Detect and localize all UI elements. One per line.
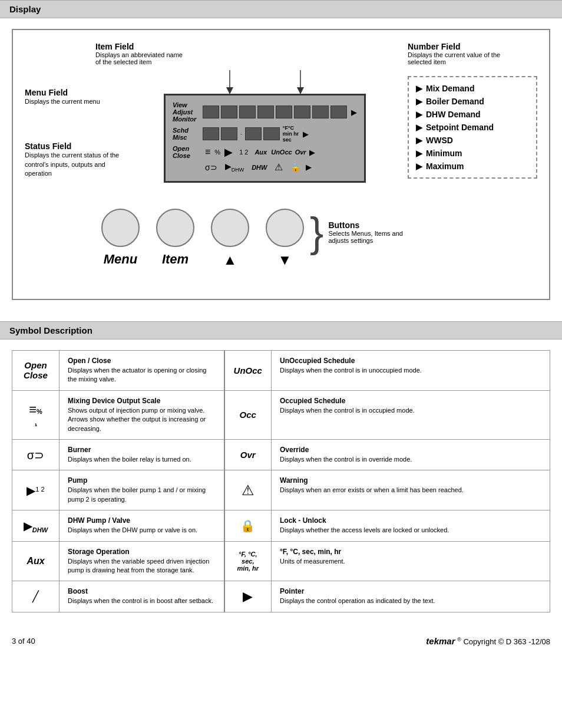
arrow-right-1: ▶ xyxy=(351,108,357,117)
seg-2 xyxy=(221,106,237,118)
menu-wwsd: ▶ WWSD xyxy=(416,134,529,147)
sym-desc-lock: Lock - Unlock Displays whether the acces… xyxy=(272,510,550,541)
sym-desc-open-close: Open / Close Displays when the actuator … xyxy=(59,351,224,391)
left-arrows-svg xyxy=(177,185,353,197)
sym-text-open-close: Displays when the actuator is opening or… xyxy=(68,366,216,384)
seg-8 xyxy=(330,106,347,118)
sym-title-dhw-pump: DHW Pump / Valve xyxy=(68,516,216,525)
units-label: °F°Cmin hrsec xyxy=(283,125,299,143)
dhw-icon: ▶DHW xyxy=(225,162,244,173)
aux-label: Aux xyxy=(254,149,267,156)
sym-text-dhw-pump: Displays when the DHW pump or valve is o… xyxy=(68,526,216,535)
menu-mix-demand: ▶ Mix Demand xyxy=(416,82,529,95)
sym-desc-occ: Occupied Schedule Displays when the cont… xyxy=(272,390,550,439)
seg-5 xyxy=(276,106,292,118)
sym-text-burner: Displays when the boiler relay is turned… xyxy=(68,455,216,464)
sym-icon-pump: ▶1 2 xyxy=(12,470,59,510)
lcd-screen: ViewAdjustMonitor ▶ xyxy=(164,94,366,183)
sym-desc-pointer: Pointer Displays the control operation a… xyxy=(272,581,550,612)
sym-text-warning: Displays when an error exists or when a … xyxy=(280,486,541,495)
ovr-label: Ovr xyxy=(295,149,306,156)
left-labels: Menu Field Displays the current menu Sta… xyxy=(25,70,122,179)
sym-title-mixing: Mixing Device Output Scale xyxy=(68,397,216,405)
sym-icon-boost: ╱ xyxy=(12,581,59,612)
menu-maximum: ▶ Maximum xyxy=(416,160,529,173)
status-field-desc: Displays the current status of the contr… xyxy=(25,151,122,178)
sym-text-mixing: Shows output of injection pump or mixing… xyxy=(68,406,216,433)
sym-desc-unocc: UnOccupied Schedule Displays when the co… xyxy=(272,351,550,391)
boiler-demand-label: Boiler Demand xyxy=(426,97,484,106)
menu-setpoint-demand: ▶ Setpoint Demand xyxy=(416,121,529,134)
tri-boiler: ▶ xyxy=(416,97,422,106)
minimum-label: Minimum xyxy=(426,149,462,158)
sym-text-unocc: Displays when the control is in unoccupi… xyxy=(280,366,541,375)
registered-mark: ® xyxy=(457,636,461,642)
item-field-annotation: Item Field Displays an abbreviated name … xyxy=(95,42,190,65)
sym-row-4: ▶1 2 Pump Displays when the boiler pump … xyxy=(12,470,550,510)
button-menu[interactable] xyxy=(101,209,140,247)
screen-menu-label-2: SchdMisc xyxy=(173,127,201,141)
sym-title-burner: Burner xyxy=(68,446,216,454)
sym-text-ovr: Displays when the control is in override… xyxy=(280,455,541,464)
sym-desc-mixing: Mixing Device Output Scale Shows output … xyxy=(59,390,224,439)
button-item[interactable] xyxy=(156,209,194,247)
sym-icon-occ: Occ xyxy=(224,390,272,439)
brand-name: tekmar xyxy=(426,636,455,646)
tri-wwsd: ▶ xyxy=(416,136,422,145)
number-field-annotation: Number Field Displays the current value … xyxy=(408,42,514,65)
arrow-right-2: ▶ xyxy=(303,130,309,139)
sym-icon-open-close: OpenClose xyxy=(12,351,59,391)
sym-desc-boost: Boost Displays when the control is in bo… xyxy=(59,581,224,612)
sym-icon-burner: σ⊃ xyxy=(12,439,59,470)
wwsd-label: WWSD xyxy=(426,136,453,145)
tri-dhw: ▶ xyxy=(416,110,422,119)
sym-icon-ovr: Ovr xyxy=(224,439,272,470)
percent-label: % xyxy=(214,149,220,156)
sym-text-aux: Displays when the variable speed driven … xyxy=(68,557,216,575)
sym-title-pump: Pump xyxy=(68,476,216,485)
button-up[interactable] xyxy=(211,209,249,247)
footer-copyright: tekmar ® Copyright © D 363 -12/08 xyxy=(426,636,550,646)
status-field-label: Status Field Displays the current status… xyxy=(25,141,122,178)
sym-text-pump: Displays when the boiler pump 1 and / or… xyxy=(68,486,216,504)
sym-title-lock: Lock - Unlock xyxy=(280,516,541,525)
sym-title-units: °F, °C, sec, min, hr xyxy=(280,548,541,556)
btn-label-item: Item xyxy=(156,252,194,268)
sym-title-open-close: Open / Close xyxy=(68,357,216,365)
sym-desc-pump: Pump Displays when the boiler pump 1 and… xyxy=(59,470,224,510)
display-box: Item Field Displays an abbreviated name … xyxy=(12,29,550,300)
tri-min: ▶ xyxy=(416,149,422,158)
sym-icon-dhw-pump: ▶DHW xyxy=(12,510,59,541)
sym-icon-warning: ⚠ xyxy=(224,470,272,510)
tri-setpoint: ▶ xyxy=(416,123,422,132)
btn-label-down: ▼ xyxy=(266,252,304,268)
sym-desc-ovr: Override Displays when the control is in… xyxy=(272,439,550,470)
sym-title-pointer: Pointer xyxy=(280,587,541,595)
menu-field-label: Menu Field Displays the current menu xyxy=(25,88,122,106)
seg-12 xyxy=(263,127,280,140)
status-field-title: Status Field xyxy=(25,141,122,151)
sym-row-1: OpenClose Open / Close Displays when the… xyxy=(12,351,550,391)
sym-desc-dhw-pump: DHW Pump / Valve Displays when the DHW p… xyxy=(59,510,224,541)
sym-text-lock: Displays whether the access levels are l… xyxy=(280,526,541,535)
seg-10 xyxy=(221,127,237,140)
screen-open-close: OpenClose xyxy=(173,145,201,159)
sym-text-units: Units of measurement. xyxy=(280,557,541,566)
num-12: 1 2 xyxy=(239,149,248,156)
pump-icon-small: ≡ xyxy=(205,147,210,157)
maximum-label: Maximum xyxy=(426,162,464,171)
center-col: ViewAdjustMonitor ▶ xyxy=(129,70,401,197)
button-down[interactable] xyxy=(266,209,304,247)
sym-desc-units: °F, °C, sec, min, hr Units of measuremen… xyxy=(272,541,550,581)
symbol-table: OpenClose Open / Close Displays when the… xyxy=(12,350,550,612)
footer-page: 3 of 40 xyxy=(12,637,35,645)
sym-desc-aux: Storage Operation Displays when the vari… xyxy=(59,541,224,581)
sym-title-boost: Boost xyxy=(68,587,216,595)
dhw-demand-label: DHW Demand xyxy=(426,110,481,119)
display-section: Item Field Displays an abbreviated name … xyxy=(0,18,562,312)
seg-7 xyxy=(312,106,329,118)
buttons-desc-area: } Buttons Selects Menus, Items and adjus… xyxy=(310,212,422,253)
btn-label-up: ▲ xyxy=(211,252,249,268)
lock-icon-screen: 🔒 xyxy=(290,163,300,172)
display-title: Display xyxy=(9,4,41,14)
